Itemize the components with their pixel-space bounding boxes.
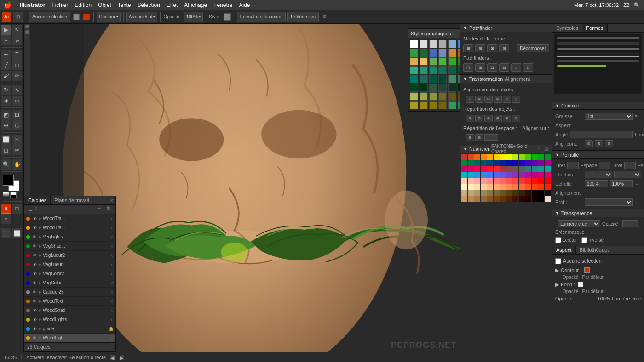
navigator-btn[interactable]: ◀: [110, 355, 115, 360]
pencil-tool[interactable]: ✏: [12, 71, 22, 81]
layer-expand[interactable]: ▶: [39, 226, 41, 230]
preferences-btn[interactable]: Préférences: [288, 12, 319, 22]
nuancier-swatch[interactable]: [468, 160, 474, 166]
nuancier-swatch[interactable]: [494, 190, 500, 196]
nuancier-swatch[interactable]: [468, 190, 474, 196]
tiret1-input[interactable]: [567, 162, 579, 169]
layer-expand[interactable]: ▶: [39, 235, 41, 239]
graisse-options[interactable]: ▾: [635, 113, 641, 119]
scissors-tool[interactable]: ✂: [12, 145, 22, 155]
nuancier-swatch[interactable]: [506, 196, 512, 202]
nuancier-swatch[interactable]: [487, 154, 493, 160]
screen-mode-btn[interactable]: ⬛: [1, 228, 11, 238]
layer-lock[interactable]: ○: [111, 262, 114, 267]
nuancier-swatch[interactable]: [506, 184, 512, 190]
layer-lock[interactable]: ○: [111, 317, 114, 322]
espace1-input[interactable]: [599, 162, 610, 169]
fill-btn[interactable]: ■: [1, 204, 11, 214]
new-layer-btn[interactable]: +: [98, 206, 105, 213]
decomposer-btn[interactable]: Décomposer: [517, 44, 549, 52]
layer-expand[interactable]: ▶: [39, 217, 41, 221]
pf-outline-btn[interactable]: □: [511, 63, 521, 72]
nuancier-swatch[interactable]: [512, 172, 518, 178]
forme-line-3[interactable]: [557, 48, 639, 50]
layer-visibility[interactable]: 👁: [31, 234, 38, 240]
blend-tool[interactable]: ∞: [12, 96, 22, 106]
style-swatch-item[interactable]: [420, 66, 428, 74]
nuancier-swatch[interactable]: [494, 196, 500, 202]
layer-lock[interactable]: ○: [111, 244, 114, 249]
style-swatch-item[interactable]: [448, 84, 456, 92]
layer-expand[interactable]: ▶: [39, 263, 41, 266]
workspace-label[interactable]: Z2: [623, 2, 629, 8]
alignment-tab-label[interactable]: Alignement: [505, 76, 530, 82]
nuancier-swatch[interactable]: [500, 196, 506, 202]
style-swatch-item[interactable]: [429, 40, 437, 48]
nuancier-swatch[interactable]: [525, 172, 531, 178]
nuancier-swatch[interactable]: [474, 178, 480, 184]
contour-dropdown[interactable]: Contour: [97, 12, 121, 22]
style-swatch-item[interactable]: [410, 75, 418, 83]
align-left-btn[interactable]: ⊡: [466, 96, 474, 103]
screen-mode2-btn[interactable]: ⬜: [12, 228, 22, 238]
nuancier-swatch[interactable]: [532, 172, 538, 178]
forme-line-1[interactable]: [557, 37, 639, 39]
nuancier-swatch[interactable]: [506, 190, 512, 196]
style-swatch-item[interactable]: [420, 101, 428, 109]
nuancier-swatch[interactable]: [474, 196, 480, 202]
color-picker-mini[interactable]: [73, 14, 80, 20]
nuancier-swatch[interactable]: [512, 190, 518, 196]
nuancier-swatch[interactable]: [525, 166, 531, 172]
nuancier-swatch[interactable]: [538, 178, 544, 184]
foreground-swatch[interactable]: [3, 175, 14, 186]
alig-outside-btn[interactable]: ⊞: [605, 140, 613, 147]
layer-expand[interactable]: ▶: [39, 327, 41, 331]
pathfinder-header[interactable]: ▼ Pathfinder: [460, 24, 552, 32]
shape-builder-tool[interactable]: ⊕: [1, 120, 11, 130]
layer-expand[interactable]: ▶: [39, 300, 41, 303]
direct-select-tool[interactable]: ↖: [12, 25, 22, 35]
nuancier-swatch[interactable]: [461, 166, 467, 172]
layers-close[interactable]: ✕: [110, 198, 114, 203]
layer-expand[interactable]: ▶: [39, 318, 41, 322]
layer-expand[interactable]: ▶: [39, 336, 41, 340]
layer-item[interactable]: 👁▶WoodTra...○: [24, 223, 115, 232]
nuancier-swatch[interactable]: [538, 190, 544, 196]
style-swatch-item[interactable]: [458, 49, 460, 57]
nuancier-swatch[interactable]: [468, 184, 474, 190]
rect-tool[interactable]: □: [12, 60, 22, 70]
layer-item[interactable]: 👁▶WoodTra...○: [24, 214, 115, 223]
style-swatch-item[interactable]: [458, 66, 460, 74]
nuancier-swatch[interactable]: [481, 172, 487, 178]
align-right-btn[interactable]: ⊟: [484, 96, 493, 103]
menu-fenetre[interactable]: Fenêtre: [213, 2, 232, 8]
nuancier-swatch[interactable]: [512, 166, 518, 172]
transform-header[interactable]: ▼ Transformation Alignement: [460, 75, 552, 83]
aucune-sel-checkbox[interactable]: [555, 258, 561, 264]
style-swatch-item[interactable]: [438, 84, 447, 92]
toolbar-options-btn[interactable]: ⚙: [322, 14, 327, 20]
default-colors-btn[interactable]: [3, 192, 9, 198]
menu-app-name[interactable]: Illustrator: [20, 2, 45, 8]
brush-tool[interactable]: 🖌: [1, 71, 11, 81]
nuancier-swatch[interactable]: [494, 166, 500, 172]
nuancier-swatch[interactable]: [506, 172, 512, 178]
nuancier-swatch[interactable]: [525, 154, 531, 160]
creer-masque-btn[interactable]: Créer masque: [555, 230, 584, 235]
nuancier-swatch[interactable]: [525, 160, 531, 166]
layer-item[interactable]: 👁▶VegShad...○: [24, 242, 115, 251]
pf-minus-btn[interactable]: ⊟: [475, 44, 485, 52]
style-swatch-item[interactable]: [420, 84, 428, 92]
ecreter-option[interactable]: Écrêter: [555, 237, 577, 243]
style-swatch-item[interactable]: [420, 49, 428, 57]
nuancier-swatch[interactable]: [481, 196, 487, 202]
nuancier-swatch[interactable]: [538, 154, 544, 160]
layer-item[interactable]: 👁▶Calque 25○: [24, 288, 115, 297]
nuancier-header[interactable]: ▼ Nuancier PANTONE+ Solid Coated ≡ ⊞: [460, 145, 552, 153]
shear-tool[interactable]: ◈: [1, 96, 11, 106]
layer-item[interactable]: 👁▶VegLueur○: [24, 260, 115, 269]
forme-line-green[interactable]: [557, 65, 606, 67]
none-btn[interactable]: ✕: [1, 214, 11, 224]
menu-objet[interactable]: Objet: [98, 2, 111, 8]
menu-affichage[interactable]: Affichage: [184, 2, 207, 8]
